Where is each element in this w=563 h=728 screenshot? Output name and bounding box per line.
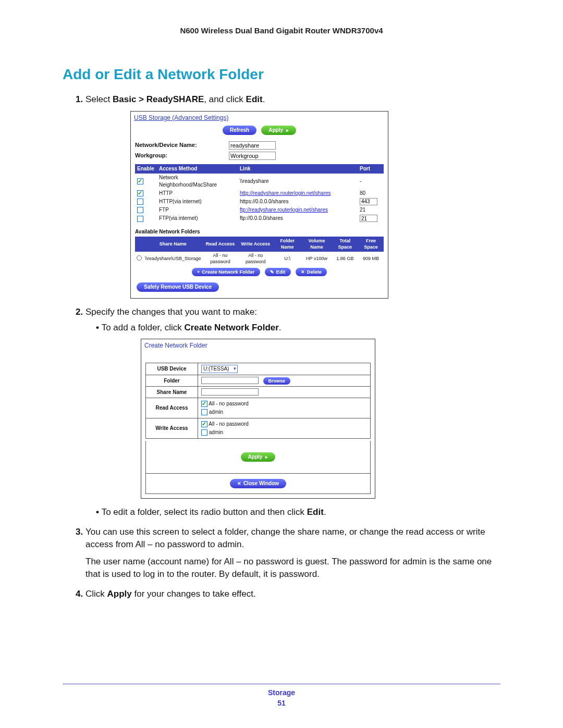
safely-remove-button[interactable]: Safely Remove USB Device bbox=[137, 282, 219, 292]
share-name-input[interactable] bbox=[201, 388, 259, 396]
create-nf-label: Create Network Folder bbox=[202, 269, 254, 275]
step-1-text: Select Basic > ReadySHARE, and click Edi… bbox=[85, 94, 265, 104]
footer-page-number: 51 bbox=[0, 699, 563, 707]
enable-checkbox[interactable] bbox=[137, 216, 143, 222]
edit-button[interactable]: ✎Edit bbox=[265, 268, 291, 276]
method-cell: HTTP bbox=[157, 189, 238, 198]
s4-post: for your changes to take effect. bbox=[132, 589, 256, 599]
col-total-space: Total Space bbox=[332, 237, 358, 252]
apply-row: Apply▸ bbox=[145, 441, 371, 474]
enable-checkbox[interactable] bbox=[137, 190, 143, 196]
enable-checkbox[interactable] bbox=[137, 199, 143, 205]
pencil-icon: ✎ bbox=[270, 269, 274, 276]
table-row: Network Neighborhood/MacShare \\readysha… bbox=[135, 174, 384, 189]
folder-share-name: \\readyshare\USB_Storage bbox=[143, 252, 203, 266]
step-1-post: . bbox=[263, 94, 265, 104]
link-cell: \\readyshare bbox=[238, 174, 358, 189]
usb-device-select[interactable]: U:(TESSA) bbox=[201, 365, 238, 373]
col-write-access: Write Access bbox=[238, 237, 273, 252]
col-free-space: Free Space bbox=[358, 237, 384, 252]
b1-bold: Create Network Folder bbox=[184, 323, 278, 332]
footer-category: Storage bbox=[0, 688, 563, 697]
step-3: You can use this screen to select a fold… bbox=[85, 526, 500, 581]
page-footer: Storage 51 bbox=[0, 684, 563, 707]
b1-pre: To add a folder, click bbox=[102, 323, 185, 332]
folder-input[interactable] bbox=[201, 377, 259, 384]
link-cell-anchor[interactable]: http://readyshare.routerlogin.net/shares bbox=[240, 190, 331, 196]
port-cell: - bbox=[358, 174, 384, 189]
network-device-name-input[interactable] bbox=[229, 141, 276, 150]
workgroup-label: Workgroup: bbox=[135, 152, 229, 159]
plus-icon: + bbox=[197, 269, 200, 276]
delete-button[interactable]: ✕Delete bbox=[296, 268, 327, 276]
available-folders-label: Available Network Folders bbox=[131, 225, 388, 236]
port-cell: 21 bbox=[358, 206, 384, 214]
write-all-label: All - no password bbox=[209, 421, 249, 427]
read-access-label: Read Access bbox=[146, 398, 198, 418]
write-admin-checkbox[interactable] bbox=[201, 429, 207, 436]
link-cell: https://0.0.0.0/shares bbox=[238, 198, 358, 206]
bullet-add-folder: To add a folder, click Create Network Fo… bbox=[96, 322, 500, 499]
folder-radio[interactable] bbox=[137, 255, 142, 261]
col-port: Port bbox=[358, 164, 384, 174]
screenshot2-title: Create Network Folder bbox=[141, 339, 375, 351]
table-row: HTTP(via internet) https://0.0.0.0/share… bbox=[135, 198, 384, 206]
col-select bbox=[135, 237, 143, 252]
col-folder-name: Folder Name bbox=[273, 237, 301, 252]
step-1-nav-bold: Basic > ReadySHARE bbox=[113, 94, 204, 104]
col-enable: Enable bbox=[135, 164, 157, 174]
write-all-checkbox[interactable] bbox=[201, 421, 207, 427]
col-share-name: Share Name bbox=[143, 237, 203, 252]
read-all-checkbox[interactable] bbox=[201, 401, 207, 407]
apply-button-label: Apply bbox=[268, 127, 283, 133]
folder-write: All - no password bbox=[238, 252, 273, 266]
port-cell: 80 bbox=[358, 189, 384, 198]
create-network-folder-button[interactable]: +Create Network Folder bbox=[192, 268, 260, 276]
folder-vol: HP v100w bbox=[301, 252, 332, 266]
method-cell: Network Neighborhood/MacShare bbox=[157, 174, 238, 189]
enable-checkbox[interactable] bbox=[137, 178, 143, 184]
folder-label: Folder bbox=[146, 375, 198, 387]
write-admin-label: admin bbox=[209, 429, 223, 435]
folders-table: Share Name Read Access Write Access Fold… bbox=[135, 237, 384, 266]
read-all-label: All - no password bbox=[209, 401, 249, 406]
link-cell: ftp://0.0.0.0/shares bbox=[238, 214, 358, 223]
step-1: Select Basic > ReadySHARE, and click Edi… bbox=[85, 93, 500, 299]
table-row: FTP ftp://readyshare.routerlogin.net/sha… bbox=[135, 206, 384, 214]
folder-name: U:\ bbox=[273, 252, 301, 266]
top-button-row: Refresh Apply▸ bbox=[131, 124, 388, 140]
apply2-label: Apply bbox=[248, 454, 263, 460]
read-admin-checkbox[interactable] bbox=[201, 409, 207, 415]
method-cell: FTP(via internet) bbox=[157, 214, 238, 223]
apply-button[interactable]: Apply▸ bbox=[261, 126, 296, 135]
close-window-button[interactable]: ✕Close Window bbox=[230, 479, 286, 488]
workgroup-input[interactable] bbox=[229, 152, 276, 160]
folder-free: 909 MB bbox=[358, 252, 384, 266]
usb-device-label: USB Device bbox=[146, 363, 198, 375]
port-input[interactable] bbox=[360, 215, 377, 222]
folder-read: All - no password bbox=[203, 252, 238, 266]
write-access-label: Write Access bbox=[146, 418, 198, 438]
browse-button[interactable]: Browse bbox=[263, 377, 291, 385]
link-cell-anchor[interactable]: ftp://readyshare.routerlogin.net/shares bbox=[240, 207, 328, 213]
b2-post: . bbox=[324, 507, 326, 517]
arrow-right-icon: ▸ bbox=[286, 128, 289, 133]
apply-button-2[interactable]: Apply▸ bbox=[241, 452, 276, 462]
port-input[interactable] bbox=[360, 198, 377, 205]
step-1-edit-bold: Edit bbox=[246, 94, 263, 104]
close-icon: ✕ bbox=[237, 480, 241, 487]
col-access-method: Access Method bbox=[157, 164, 238, 174]
screenshot-title: USB Storage (Advanced Settings) bbox=[131, 112, 388, 124]
screenshot-create-network-folder: Create Network Folder USB Device U:(TESS… bbox=[141, 339, 375, 498]
edit-label: Edit bbox=[276, 269, 286, 275]
enable-checkbox[interactable] bbox=[137, 207, 143, 213]
step-3b-text: The user name (account name) for All – n… bbox=[85, 556, 500, 581]
read-admin-label: admin bbox=[209, 409, 223, 415]
table-row: \\readyshare\USB_Storage All - no passwo… bbox=[135, 252, 384, 266]
step-1-pre: Select bbox=[85, 94, 113, 104]
document-title: N600 Wireless Dual Band Gigabit Router W… bbox=[63, 26, 500, 35]
step-3a-text: You can use this screen to select a fold… bbox=[85, 526, 500, 551]
close-label: Close Window bbox=[243, 480, 279, 486]
network-device-name-label: Network/Device Name: bbox=[135, 141, 229, 149]
refresh-button[interactable]: Refresh bbox=[223, 126, 256, 135]
